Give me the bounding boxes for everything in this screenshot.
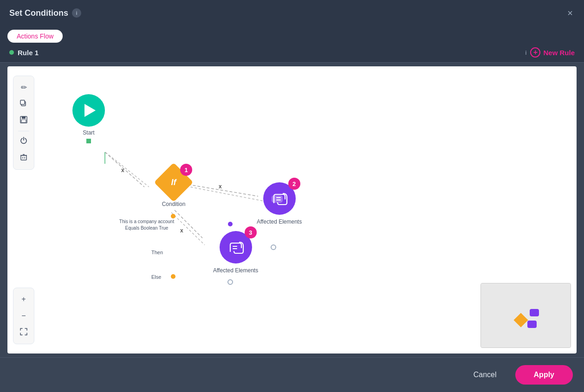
- svg-rect-27: [481, 283, 571, 348]
- svg-point-25: [228, 280, 233, 284]
- condition-icon: If: [171, 178, 176, 187]
- then-label: Then: [151, 250, 163, 255]
- svg-line-16: [178, 185, 263, 201]
- new-rule-label: New Rule: [543, 49, 575, 57]
- svg-point-23: [271, 245, 276, 250]
- save-icon: [20, 116, 27, 125]
- play-icon: [84, 104, 96, 117]
- tab-actions-flow[interactable]: Actions Flow: [7, 30, 63, 43]
- condition-label: Condition: [162, 201, 186, 207]
- zoom-in-icon: +: [21, 295, 26, 303]
- rule-info-icon: i: [526, 49, 527, 56]
- svg-text:x: x: [121, 167, 124, 174]
- svg-rect-7: [22, 116, 26, 119]
- affected2-hand-icon: [227, 238, 245, 256]
- svg-text:x: x: [180, 227, 183, 234]
- start-circle[interactable]: [72, 94, 105, 127]
- affected1-label: Affected Elements: [257, 218, 302, 225]
- svg-point-24: [228, 222, 233, 226]
- modal-footer: Cancel Apply: [0, 357, 584, 392]
- modal-header: Set Conditions i ×: [0, 0, 584, 26]
- zoom-in-button[interactable]: +: [16, 292, 31, 307]
- sidebar-tools: ✏: [13, 76, 34, 170]
- tool-separator: [18, 131, 29, 131]
- affected-node-1[interactable]: 2: [257, 182, 302, 225]
- svg-rect-30: [527, 321, 537, 328]
- affected-node-2[interactable]: 3 Affected Elements: [213, 231, 258, 274]
- affected2-label: Affected Elements: [213, 267, 258, 274]
- start-node: Start: [72, 94, 105, 143]
- rule-bar: Rule 1 i + New Rule: [0, 43, 584, 63]
- canvas-container: ✏: [7, 66, 577, 353]
- rule-actions: i + New Rule: [526, 47, 575, 58]
- svg-rect-26: [272, 195, 283, 203]
- edit-tool-button[interactable]: ✏: [16, 80, 31, 95]
- tab-bar: Actions Flow: [0, 26, 584, 43]
- save-tool-button[interactable]: [16, 113, 31, 128]
- copy-tool-button[interactable]: [16, 96, 31, 111]
- svg-line-18: [171, 212, 205, 245]
- modal-title: Set Conditions i: [9, 8, 81, 18]
- else-label: Else: [151, 274, 161, 280]
- mini-map: [480, 283, 571, 348]
- close-button[interactable]: ×: [565, 6, 575, 19]
- start-conn-dot: [86, 139, 91, 143]
- fit-icon: [20, 328, 27, 337]
- svg-rect-5: [20, 100, 25, 104]
- title-info-badge: i: [72, 8, 81, 18]
- svg-line-14: [105, 152, 149, 187]
- bottom-tools: + −: [13, 288, 34, 344]
- new-rule-button[interactable]: + New Rule: [530, 47, 575, 58]
- condition-node[interactable]: 1 If Condition: [160, 168, 188, 207]
- zoom-out-icon: −: [21, 312, 26, 320]
- copy-icon: [20, 99, 27, 109]
- rule-name: Rule 1: [18, 49, 39, 57]
- affected1-hand-icon: [270, 190, 289, 207]
- fit-button[interactable]: [16, 325, 31, 340]
- svg-rect-8: [21, 120, 26, 122]
- edit-icon: ✏: [21, 83, 27, 92]
- power-tool-button[interactable]: [16, 134, 31, 149]
- affected2-badge: 3: [245, 226, 257, 238]
- condition-badge: 1: [180, 164, 192, 176]
- power-icon: [20, 137, 27, 146]
- trash-icon: [20, 154, 27, 163]
- flow-area: Start x x x: [7, 66, 577, 353]
- mini-map-content: [481, 283, 571, 347]
- affected1-badge: 2: [288, 178, 300, 190]
- mini-map-svg: [481, 283, 571, 348]
- cancel-button[interactable]: Cancel: [462, 366, 508, 384]
- apply-button[interactable]: Apply: [515, 365, 573, 385]
- modal-container: Set Conditions i × Actions Flow Rule 1 i…: [0, 0, 584, 392]
- zoom-out-button[interactable]: −: [16, 308, 31, 323]
- canvas-wrapper: ✏: [0, 63, 584, 357]
- start-label: Start: [83, 129, 94, 136]
- title-text: Set Conditions: [9, 8, 68, 18]
- rule-label: Rule 1: [9, 49, 39, 57]
- delete-tool-button[interactable]: [16, 151, 31, 166]
- svg-point-20: [171, 214, 175, 218]
- condition-desc: This is a company account Equals Boolean…: [119, 218, 175, 231]
- svg-rect-29: [530, 309, 539, 316]
- plus-circle-icon: +: [530, 47, 540, 58]
- svg-rect-9: [21, 155, 26, 160]
- svg-text:x: x: [219, 183, 222, 190]
- svg-point-21: [171, 274, 175, 279]
- rule-status-dot: [9, 50, 14, 55]
